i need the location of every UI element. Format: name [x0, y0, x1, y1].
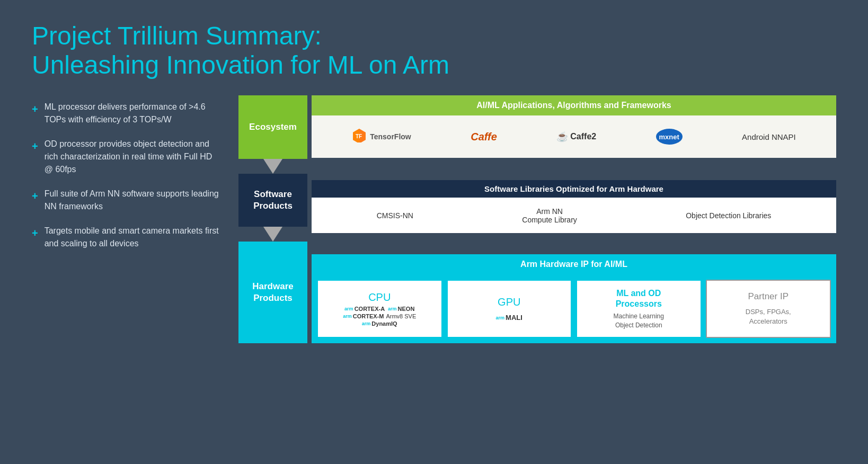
cpu-cortex-m: armCORTEX-M Armv8 SVE: [343, 313, 416, 319]
caffe2-text: Caffe2: [570, 132, 596, 141]
gpu-card: GPU armMALI: [447, 280, 572, 338]
bullet-1: + ML processor delivers performance of >…: [32, 101, 223, 126]
software-block: Software Libraries Optimized for Arm Har…: [312, 180, 836, 233]
android-nnapi-logo: Android NNAPI: [742, 132, 796, 141]
spacer-2: [312, 236, 836, 251]
bullet-plus-icon-4: +: [32, 225, 38, 241]
sw-item-armnn: Arm NNCompute Library: [522, 207, 577, 224]
sw-item-objdet: Object Detection Libraries: [686, 211, 771, 220]
caffe-logo: Caffe: [471, 131, 497, 143]
mxnet-badge: mxnet: [656, 129, 683, 145]
gpu-mali: armMALI: [496, 314, 522, 322]
hardware-products-label: HardwareProducts: [238, 242, 307, 343]
tensorflow-text: TensorFlow: [370, 132, 411, 141]
cpu-cortex-a: armCORTEX-A armNEON: [344, 306, 414, 312]
bullet-plus-icon: +: [32, 101, 38, 117]
caffe-text: Caffe: [471, 131, 497, 143]
arrow-2: [238, 227, 307, 242]
partner-subtitle: DSPs, FPGAs,Accelerators: [746, 307, 791, 326]
arrow-1: [238, 159, 307, 174]
sw-item-cmsis: CMSIS-NN: [377, 211, 413, 220]
bullet-text-3: Full suite of Arm NN software supports l…: [45, 188, 223, 213]
cpu-dynamiq: armDynamIQ: [362, 320, 397, 327]
tf-icon: TF: [352, 128, 367, 146]
partner-title: Partner IP: [748, 291, 789, 302]
ecosystem-block: AI/ML Applications, Algorithms and Frame…: [312, 95, 836, 159]
software-content: CMSIS-NN Arm NNCompute Library Object De…: [312, 198, 836, 233]
software-products-label: SoftwareProducts: [238, 174, 307, 227]
bullet-plus-icon-3: +: [32, 188, 38, 204]
hardware-content: CPU armCORTEX-A armNEON armCORTEX-M Armv…: [312, 274, 836, 343]
bullets-section: + ML processor delivers performance of >…: [32, 95, 223, 443]
hardware-header: Arm Hardware IP for AI/ML: [312, 254, 836, 274]
ecosystem-header: AI/ML Applications, Algorithms and Frame…: [312, 95, 836, 115]
partner-card: Partner IP DSPs, FPGAs,Accelerators: [706, 280, 831, 338]
cpu-title: CPU: [368, 291, 391, 304]
mlod-subtitle: Machine LearningObject Detection: [614, 312, 664, 330]
svg-marker-1: [263, 227, 282, 242]
cpu-card: CPU armCORTEX-A armNEON armCORTEX-M Armv…: [317, 280, 442, 338]
mlod-card: ML and ODProcessors Machine LearningObje…: [576, 280, 702, 338]
bullet-4: + Targets mobile and smart camera market…: [32, 225, 223, 250]
bullet-plus-icon-2: +: [32, 138, 38, 154]
ecosystem-logos: TF TensorFlow Caffe ☕ Caffe2: [312, 115, 836, 158]
mlod-title: ML and ODProcessors: [616, 288, 662, 308]
mxnet-logo: mxnet: [656, 129, 683, 145]
spacer-1: [312, 162, 836, 177]
caffe2-logo: ☕ Caffe2: [556, 131, 596, 142]
bullet-3: + Full suite of Arm NN software supports…: [32, 188, 223, 213]
tensorflow-logo: TF TensorFlow: [352, 128, 411, 146]
hardware-block: Arm Hardware IP for AI/ML CPU armCORTEX-…: [312, 254, 836, 343]
gpu-title: GPU: [498, 296, 520, 308]
coffee-icon: ☕: [556, 131, 568, 142]
bullet-2: + OD processor provides object detection…: [32, 138, 223, 176]
title-line1: Project Trillium Summary:: [32, 21, 836, 50]
diagram-section: Ecosystem SoftwareProducts: [238, 95, 836, 443]
bullet-text-4: Targets mobile and smart camera markets …: [45, 225, 223, 250]
bullet-text-2: OD processor provides object detection a…: [45, 138, 223, 176]
bullet-text-1: ML processor delivers performance of >4.…: [45, 101, 223, 126]
svg-marker-0: [263, 159, 282, 174]
title-line2: Unleashing Innovation for ML on Arm: [32, 50, 836, 79]
software-header: Software Libraries Optimized for Arm Har…: [312, 180, 836, 198]
svg-text:TF: TF: [356, 133, 362, 139]
ecosystem-label: Ecosystem: [238, 95, 307, 159]
nnapi-text: Android NNAPI: [742, 132, 796, 141]
